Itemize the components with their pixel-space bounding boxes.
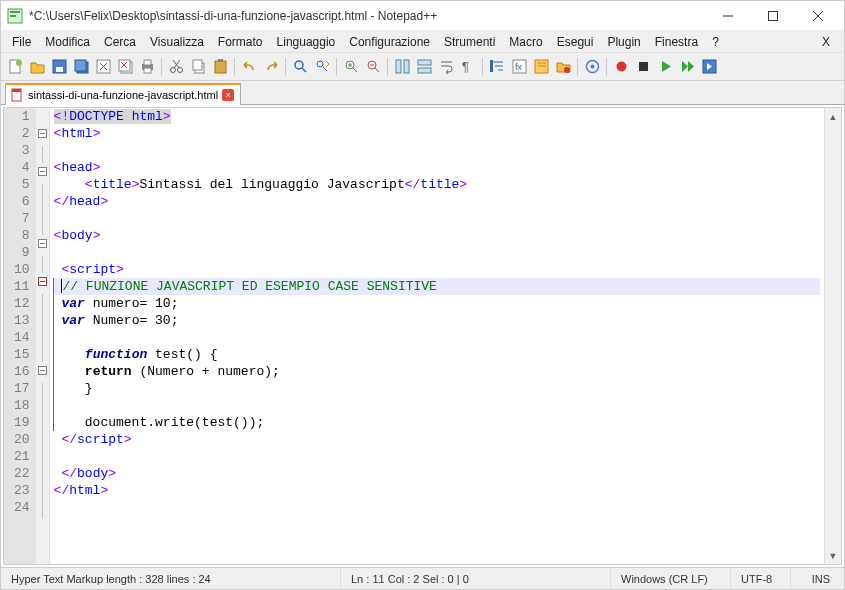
status-bar: Hyper Text Markup length : 328 lines : 2… [1,567,844,589]
app-icon [7,8,23,24]
window-title: *C:\Users\Felix\Desktop\sintassi-di-una-… [29,9,437,23]
menu-finestra[interactable]: Finestra [648,33,705,51]
svg-point-33 [317,61,323,67]
menu-strumenti[interactable]: Strumenti [437,33,502,51]
svg-line-25 [174,60,180,68]
svg-rect-41 [396,60,401,73]
svg-line-26 [173,60,179,68]
menu-visualizza[interactable]: Visualizza [143,33,211,51]
indent-guide-icon[interactable] [487,57,507,77]
code-editor[interactable]: <!DOCTYPE html><html><head> <title>Sinta… [50,108,824,564]
save-all-icon[interactable] [71,57,91,77]
svg-rect-12 [75,60,86,71]
monitor-icon[interactable] [582,57,602,77]
zoom-in-icon[interactable] [341,57,361,77]
title-bar: *C:\Users\Felix\Desktop\sintassi-di-una-… [1,1,844,31]
toolbar-separator [234,58,235,76]
toolbar-separator [285,58,286,76]
svg-rect-10 [56,67,63,72]
record-icon[interactable] [611,57,631,77]
toolbar-separator [387,58,388,76]
file-icon [10,88,24,102]
close-button[interactable] [795,2,840,30]
status-encoding: UTF-8 [731,568,791,589]
tab-close-icon[interactable]: × [222,89,234,101]
toolbar-separator [606,58,607,76]
folder-icon[interactable] [553,57,573,77]
svg-rect-22 [144,68,151,73]
sync-h-icon[interactable] [414,57,434,77]
svg-rect-59 [639,62,648,71]
line-number-gutter: 123456789101112131415161718192021222324 [4,108,36,564]
copy-icon[interactable] [188,57,208,77]
toolbar: ¶fx [1,53,844,81]
tab-bar: sintassi-di-una-funzione-javascript.html… [1,81,844,105]
find-icon[interactable] [290,57,310,77]
play-multi-icon[interactable] [677,57,697,77]
wrap-icon[interactable] [436,57,456,77]
status-insert-mode: INS [791,568,844,589]
close-icon[interactable] [93,57,113,77]
stop-icon[interactable] [633,57,653,77]
svg-point-31 [295,61,303,69]
svg-rect-44 [418,68,431,73]
editor-area: 123456789101112131415161718192021222324 … [1,105,844,567]
svg-point-23 [170,68,175,73]
status-position: Ln : 11 Col : 2 Sel : 0 | 0 [341,568,611,589]
menu-bar: FileModificaCercaVisualizzaFormatoLingua… [1,31,844,53]
vertical-scrollbar[interactable]: ▲ ▼ [824,108,841,564]
svg-rect-49 [490,60,493,72]
menu-plugin[interactable]: Plugin [600,33,647,51]
menu-configurazione[interactable]: Configurazione [342,33,437,51]
all-chars-icon[interactable]: ¶ [458,57,478,77]
tab-active[interactable]: sintassi-di-una-funzione-javascript.html… [5,83,241,105]
menu-modifica[interactable]: Modifica [38,33,97,51]
svg-point-57 [590,65,594,69]
svg-rect-28 [193,60,202,70]
zoom-out-icon[interactable] [363,57,383,77]
new-file-icon[interactable] [5,57,25,77]
menu-cerca[interactable]: Cerca [97,33,143,51]
menu-linguaggio[interactable]: Linguaggio [270,33,343,51]
toolbar-separator [577,58,578,76]
svg-line-39 [375,68,379,72]
print-icon[interactable] [137,57,157,77]
minimize-button[interactable] [705,2,750,30]
maximize-button[interactable] [750,2,795,30]
toolbar-separator [336,58,337,76]
svg-text:fx: fx [515,62,523,72]
menu-notepad-x[interactable]: X [815,33,840,51]
status-eol: Windows (CR LF) [611,568,731,589]
redo-icon[interactable] [261,57,281,77]
menu-?[interactable]: ? [705,33,726,51]
replace-icon[interactable] [312,57,332,77]
svg-rect-43 [418,60,431,65]
sync-v-icon[interactable] [392,57,412,77]
fold-gutter[interactable] [36,108,50,564]
save-icon[interactable] [49,57,69,77]
paste-icon[interactable] [210,57,230,77]
svg-point-8 [16,60,22,66]
close-all-icon[interactable] [115,57,135,77]
svg-line-32 [302,68,306,72]
svg-point-24 [177,68,182,73]
save-macro-icon[interactable] [699,57,719,77]
svg-point-58 [616,62,626,72]
lang-icon[interactable]: fx [509,57,529,77]
undo-icon[interactable] [239,57,259,77]
scroll-up-icon[interactable]: ▲ [825,108,841,125]
menu-file[interactable]: File [5,33,38,51]
svg-rect-4 [768,11,777,20]
toolbar-separator [161,58,162,76]
cut-icon[interactable] [166,57,186,77]
play-icon[interactable] [655,57,675,77]
status-left: Hyper Text Markup length : 328 lines : 2… [1,568,341,589]
menu-formato[interactable]: Formato [211,33,270,51]
menu-macro[interactable]: Macro [502,33,549,51]
menu-esegui[interactable]: Esegui [550,33,601,51]
open-file-icon[interactable] [27,57,47,77]
scroll-down-icon[interactable]: ▼ [825,547,841,564]
svg-rect-1 [10,11,20,13]
svg-rect-2 [10,15,16,17]
doc-map-icon[interactable] [531,57,551,77]
